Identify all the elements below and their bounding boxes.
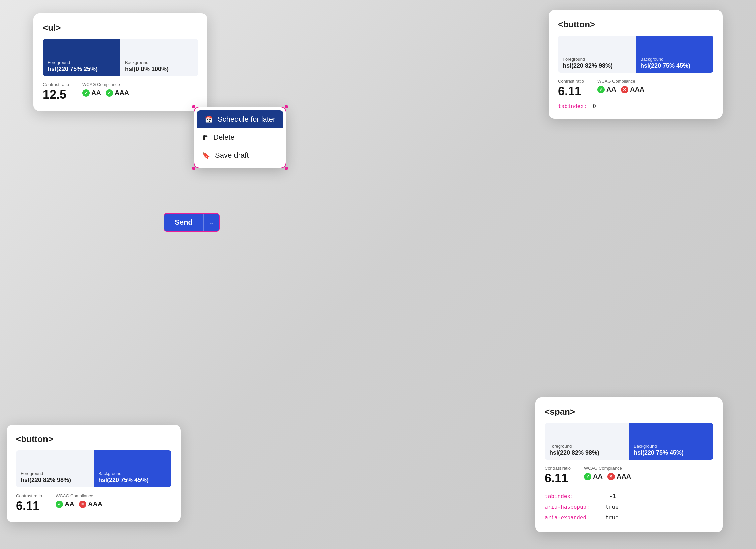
aaa-badge: ✓ AAA xyxy=(106,89,129,97)
wcag-badges: ✓ AA ✕ AAA xyxy=(56,500,102,508)
bg-label: Background xyxy=(98,471,167,476)
background-swatch-bottom: Background hsl(220 75% 45%) xyxy=(94,450,171,487)
background-swatch-top: Background hsl(220 75% 45%) xyxy=(636,36,713,73)
contrast-label: Contrast ratio xyxy=(558,79,584,84)
card-span-swatches: Foreground hsl(220 82% 98%) Background h… xyxy=(545,423,713,460)
fg-value: hsl(220 82% 98%) xyxy=(563,62,631,69)
contrast-value: 6.11 xyxy=(558,84,584,98)
card-ul-stats: Contrast ratio 12.5 WCAG Compliance ✓ AA… xyxy=(43,82,198,102)
aa-label: AA xyxy=(65,500,74,508)
aaa-badge: ✕ AAA xyxy=(79,500,102,508)
foreground-swatch: Foreground hsl(220 75% 25%) xyxy=(43,39,120,76)
corner-dot-br xyxy=(218,230,219,231)
card-button-top-stats: Contrast ratio 6.11 WCAG Compliance ✓ AA… xyxy=(558,79,713,98)
aaa-badge: ✕ AAA xyxy=(607,473,631,480)
aa-pass-icon: ✓ xyxy=(82,89,90,97)
background-swatch-span: Background hsl(220 75% 45%) xyxy=(629,423,713,460)
aa-badge: ✓ AA xyxy=(82,89,101,97)
tabindex-line: tabindex: -1 xyxy=(545,491,713,502)
aa-pass-icon: ✓ xyxy=(56,501,63,508)
card-ul-swatches: Foreground hsl(220 75% 25%) Background h… xyxy=(43,39,198,76)
bookmark-icon: 🔖 xyxy=(202,151,210,159)
aria-haspopup-line: aria-haspopup: true xyxy=(545,502,713,512)
send-arrow-button[interactable]: ⌄ xyxy=(203,213,219,231)
aa-badge: ✓ AA xyxy=(56,500,74,508)
aaa-fail-icon: ✕ xyxy=(607,473,615,480)
corner-dot-tl xyxy=(192,105,195,108)
tabindex-line: tabindex: 0 xyxy=(558,103,713,109)
save-draft-label: Save draft xyxy=(215,151,249,160)
contrast-block: Contrast ratio 6.11 xyxy=(16,493,42,513)
wcag-block: WCAG Compliance ✓ AA ✕ AAA xyxy=(56,493,102,508)
aria-expanded-key: aria-expanded: xyxy=(545,514,590,521)
corner-dot-tr xyxy=(285,105,288,108)
card-button-bottom: <button> Foreground hsl(220 82% 98%) Bac… xyxy=(7,425,181,522)
card-span-title: <span> xyxy=(545,407,713,417)
aaa-label: AAA xyxy=(88,500,102,508)
fg-label: Foreground xyxy=(549,444,624,449)
dropdown-popup: 📅 Schedule for later 🗑 Delete 🔖 Save dra… xyxy=(194,107,286,168)
calendar-icon: 📅 xyxy=(205,115,213,123)
tabindex-key: tabindex: xyxy=(545,493,574,499)
aaa-fail-icon: ✕ xyxy=(621,86,628,93)
schedule-label: Schedule for later xyxy=(218,115,275,124)
aa-label: AA xyxy=(606,86,616,93)
send-button-group[interactable]: Send ⌄ xyxy=(164,213,219,231)
trash-icon: 🗑 xyxy=(202,134,209,141)
contrast-block: Contrast ratio 6.11 xyxy=(558,79,584,98)
card-span: <span> Foreground hsl(220 82% 98%) Backg… xyxy=(535,397,723,532)
tabindex-key: tabindex: xyxy=(558,103,587,109)
bg-value: hsl(0 0% 100%) xyxy=(125,66,193,73)
aaa-badge: ✕ AAA xyxy=(621,86,644,93)
foreground-swatch-span: Foreground hsl(220 82% 98%) xyxy=(545,423,629,460)
wcag-label: WCAG Compliance xyxy=(56,493,102,498)
aria-expanded-val: true xyxy=(605,514,619,521)
delete-item[interactable]: 🗑 Delete xyxy=(194,128,286,146)
bg-label: Background xyxy=(125,60,193,65)
bg-value: hsl(220 75% 45%) xyxy=(640,62,708,69)
aa-pass-icon: ✓ xyxy=(584,473,591,480)
card-button-bottom-title: <button> xyxy=(16,434,171,444)
aria-attributes: tabindex: -1 aria-haspopup: true aria-ex… xyxy=(545,491,713,523)
fg-label: Foreground xyxy=(21,471,89,476)
aaa-label: AAA xyxy=(115,89,129,97)
aria-expanded-line: aria-expanded: true xyxy=(545,512,713,523)
fg-value: hsl(220 82% 98%) xyxy=(549,449,624,456)
aa-badge: ✓ AA xyxy=(584,473,603,480)
foreground-swatch-top: Foreground hsl(220 82% 98%) xyxy=(558,36,636,73)
bg-label: Background xyxy=(640,57,708,62)
corner-dot-bl xyxy=(192,167,195,170)
send-button[interactable]: Send xyxy=(164,213,203,231)
contrast-value: 6.11 xyxy=(16,499,42,513)
aaa-pass-icon: ✓ xyxy=(106,89,113,97)
wcag-badges: ✓ AA ✓ AAA xyxy=(82,89,129,97)
wcag-block: WCAG Compliance ✓ AA ✕ AAA xyxy=(597,79,644,93)
contrast-block: Contrast ratio 12.5 xyxy=(43,82,69,102)
corner-dot-br xyxy=(285,167,288,170)
aa-label: AA xyxy=(593,473,603,480)
bg-value: hsl(220 75% 45%) xyxy=(98,477,167,484)
wcag-block: WCAG Compliance ✓ AA ✓ AAA xyxy=(82,82,129,97)
tabindex-val: -1 xyxy=(609,493,616,499)
contrast-value: 6.11 xyxy=(545,471,571,485)
aria-haspopup-key: aria-haspopup: xyxy=(545,504,590,510)
background-swatch: Background hsl(0 0% 100%) xyxy=(120,39,198,76)
delete-label: Delete xyxy=(213,133,235,142)
contrast-block: Contrast ratio 6.11 xyxy=(545,466,571,485)
wcag-label: WCAG Compliance xyxy=(597,79,644,84)
wcag-block: WCAG Compliance ✓ AA ✕ AAA xyxy=(584,466,631,480)
card-button-top-title: <button> xyxy=(558,19,713,30)
aaa-label: AAA xyxy=(617,473,631,480)
fg-label: Foreground xyxy=(563,57,631,62)
contrast-value: 12.5 xyxy=(43,88,69,102)
fg-value: hsl(220 82% 98%) xyxy=(21,477,89,484)
card-span-stats: Contrast ratio 6.11 WCAG Compliance ✓ AA… xyxy=(545,466,713,485)
tabindex-val: 0 xyxy=(593,103,596,109)
bg-label: Background xyxy=(634,444,708,449)
wcag-label: WCAG Compliance xyxy=(584,466,631,471)
schedule-item[interactable]: 📅 Schedule for later xyxy=(197,110,283,128)
save-draft-item[interactable]: 🔖 Save draft xyxy=(194,146,286,164)
aa-pass-icon: ✓ xyxy=(597,86,605,93)
wcag-badges: ✓ AA ✕ AAA xyxy=(584,473,631,480)
aaa-label: AAA xyxy=(630,86,644,93)
